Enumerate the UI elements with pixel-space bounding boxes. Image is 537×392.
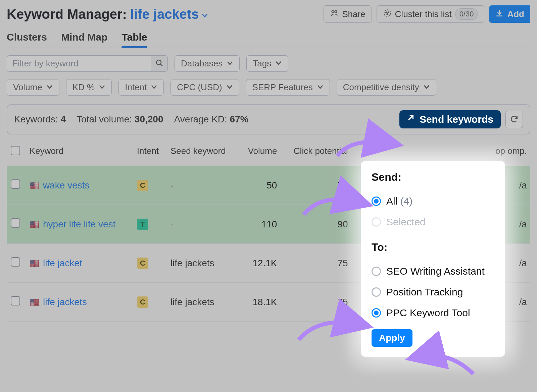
- filter-keyword-input[interactable]: [7, 55, 151, 72]
- download-icon: [495, 9, 504, 20]
- keyword-link[interactable]: hyper lite life vest: [43, 219, 115, 229]
- cluster-count-badge: 0/30: [455, 8, 478, 20]
- intent-badge: T: [137, 219, 148, 230]
- filter-databases[interactable]: Databases: [175, 55, 240, 72]
- seed-cell: -: [166, 205, 239, 244]
- filter-volume[interactable]: Volume: [7, 79, 59, 96]
- chevron-down-icon: [317, 82, 324, 93]
- svg-point-0: [332, 10, 334, 13]
- flag-icon: 🇺🇸: [30, 181, 40, 190]
- row-checkbox[interactable]: [11, 218, 20, 228]
- volume-cell: 12.1K: [238, 244, 280, 283]
- click-cell: 75: [280, 283, 351, 322]
- select-all-checkbox[interactable]: [11, 146, 20, 155]
- col-intent[interactable]: Intent: [133, 137, 166, 166]
- page-header: Keyword Manager: life jackets Share Clus…: [7, 3, 530, 28]
- row-checkbox[interactable]: [11, 179, 20, 189]
- col-volume[interactable]: Volume: [238, 137, 280, 166]
- row-checkbox[interactable]: [11, 257, 20, 267]
- add-button[interactable]: Add: [489, 5, 530, 23]
- volume-cell: 110: [238, 205, 280, 244]
- intent-badge: C: [137, 258, 148, 269]
- cluster-button[interactable]: Cluster this list 0/30: [377, 5, 485, 23]
- click-cell: 90: [280, 205, 351, 244]
- seed-cell: life jackets: [166, 244, 239, 283]
- cluster-icon: [383, 9, 392, 20]
- to-heading: To:: [372, 241, 494, 254]
- svg-point-2: [384, 10, 391, 16]
- send-popover: Send: All (4) Selected To: SEO Writing A…: [361, 161, 505, 357]
- seed-cell: -: [166, 166, 239, 205]
- col-seed[interactable]: Seed keyword: [166, 137, 239, 166]
- radio-seo-writing[interactable]: SEO Writing Assistant: [372, 261, 494, 282]
- filter-tags[interactable]: Tags: [246, 55, 288, 72]
- keyword-link[interactable]: life jacket: [43, 258, 82, 268]
- flag-icon: 🇺🇸: [30, 298, 40, 307]
- search-button[interactable]: [151, 55, 168, 72]
- flag-icon: 🇺🇸: [30, 220, 40, 229]
- chevron-down-icon: [151, 82, 157, 93]
- tab-mind-map[interactable]: Mind Map: [61, 28, 107, 48]
- radio-icon: [372, 267, 381, 276]
- svg-point-1: [335, 10, 337, 13]
- page-title: Keyword Manager:: [7, 7, 127, 22]
- svg-point-6: [156, 60, 161, 65]
- svg-point-4: [388, 12, 389, 13]
- click-cell: 75: [280, 166, 351, 205]
- svg-point-3: [386, 12, 387, 13]
- keyword-link[interactable]: wake vests: [43, 180, 90, 190]
- seed-cell: life jackets: [166, 283, 239, 322]
- send-icon: [407, 114, 416, 125]
- chevron-down-icon: [99, 82, 105, 93]
- filter-intent[interactable]: Intent: [118, 79, 164, 96]
- tabs: Clusters Mind Map Table: [7, 28, 530, 48]
- radio-icon: [372, 217, 381, 227]
- chevron-down-icon: [46, 82, 53, 93]
- radio-all[interactable]: All (4): [372, 191, 494, 212]
- chevron-down-icon: [423, 82, 430, 93]
- row-checkbox[interactable]: [11, 296, 20, 305]
- radio-icon: [372, 308, 381, 318]
- intent-badge: C: [137, 296, 148, 308]
- flag-icon: 🇺🇸: [30, 259, 40, 268]
- filter-kd[interactable]: KD %: [66, 79, 112, 96]
- filter-serp[interactable]: SERP Features: [246, 79, 330, 96]
- refresh-button[interactable]: [505, 111, 523, 128]
- list-name-dropdown[interactable]: life jackets: [130, 7, 208, 22]
- send-keywords-button[interactable]: Send keywords: [399, 110, 501, 128]
- volume-cell: 18.1K: [238, 283, 280, 322]
- send-heading: Send:: [372, 171, 494, 183]
- col-keyword[interactable]: Keyword: [26, 137, 133, 166]
- refresh-icon: [510, 115, 519, 124]
- share-button[interactable]: Share: [324, 5, 372, 23]
- chevron-down-icon: [201, 7, 208, 22]
- chevron-down-icon: [275, 58, 282, 69]
- share-icon: [330, 9, 339, 20]
- radio-icon: [372, 287, 381, 297]
- volume-cell: 50: [238, 166, 280, 205]
- radio-icon: [372, 197, 381, 206]
- chevron-down-icon: [226, 82, 233, 93]
- svg-point-5: [387, 13, 388, 14]
- search-icon: [155, 59, 163, 68]
- stats-bar: Keywords: 4 Total volume: 30,200 Average…: [7, 104, 530, 134]
- keyword-link[interactable]: life jackets: [43, 297, 87, 307]
- filter-cpc[interactable]: CPC (USD): [170, 79, 239, 96]
- filter-competitive[interactable]: Competitive density: [337, 79, 436, 96]
- apply-button[interactable]: Apply: [372, 329, 412, 347]
- click-cell: 75: [280, 244, 351, 283]
- intent-badge: C: [137, 180, 148, 191]
- col-click[interactable]: Click potential: [280, 137, 351, 166]
- radio-ppc-keyword[interactable]: PPC Keyword Tool: [372, 302, 494, 323]
- radio-position-tracking[interactable]: Position Tracking: [372, 282, 494, 302]
- tab-clusters[interactable]: Clusters: [7, 28, 47, 48]
- radio-selected: Selected: [372, 212, 494, 232]
- tab-table[interactable]: Table: [121, 28, 147, 48]
- chevron-down-icon: [227, 58, 233, 69]
